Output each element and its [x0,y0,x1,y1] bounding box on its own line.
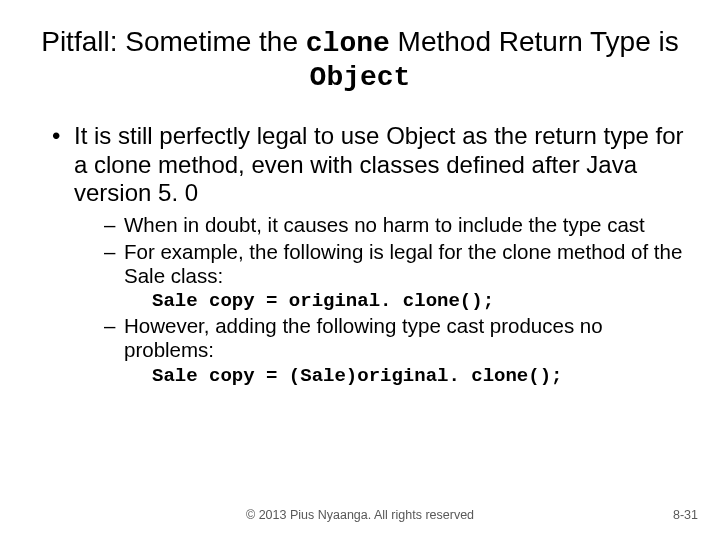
code-block-a: Sale copy = original. clone(); [104,290,684,312]
bullet-main: It is still perfectly legal to use Objec… [52,122,684,387]
code-block-b: Sale copy = (Sale)original. clone(); [104,365,684,387]
title-code-clone: clone [306,28,390,59]
copyright-text: © 2013 Pius Nyaanga. All rights reserved [0,508,720,522]
title-code-object: Object [310,62,411,93]
title-mid: Method Return Type is [390,26,679,57]
bullet-main-text: It is still perfectly legal to use Objec… [74,122,684,206]
title-prefix: Pitfall: Sometime the [41,26,306,57]
bullet-list: It is still perfectly legal to use Objec… [36,122,684,387]
sub-bullet-3: However, adding the following type cast … [104,314,684,362]
sub-bullet-1: When in doubt, it causes no harm to incl… [104,213,684,237]
sub-list: When in doubt, it causes no harm to incl… [74,213,684,387]
page-number: 8-31 [673,508,698,522]
sub-bullet-2: For example, the following is legal for … [104,240,684,288]
slide-title: Pitfall: Sometime the clone Method Retur… [36,26,684,94]
footer: © 2013 Pius Nyaanga. All rights reserved… [0,508,720,522]
slide: Pitfall: Sometime the clone Method Retur… [0,0,720,540]
